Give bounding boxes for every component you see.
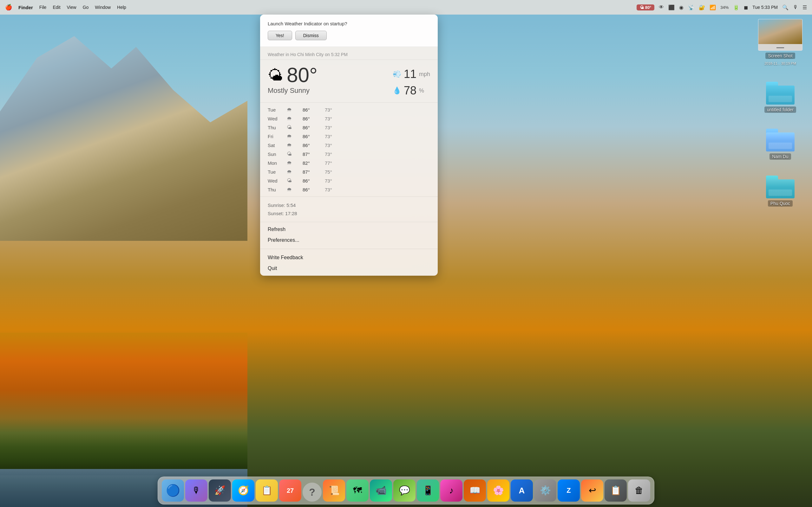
forecast-section: Tue 🌧 86° 73° Wed 🌧 86° 73° Thu 🌤 86° 73… [260, 103, 438, 197]
forecast-condition-icon: 🌤 [287, 178, 303, 183]
screenshot-thumbnail: ▬▬▬ [758, 19, 803, 51]
search-icon[interactable]: 🔍 [782, 4, 789, 10]
folder-shine-2 [768, 143, 792, 149]
dock-messages[interactable]: 💬 [393, 480, 415, 502]
weather-main: 🌤 80° Mostly Sunny 💨 11 mph 💧 78 % [260, 60, 438, 103]
dock-trash[interactable]: 🗑 [628, 480, 650, 502]
write-feedback-item[interactable]: Write Feedback [260, 252, 438, 263]
photos-dock-icon: 🌸 [493, 486, 504, 495]
dock-sysprefs[interactable]: ⚙️ [534, 480, 556, 502]
screenshot-label: Screen Shot [765, 53, 795, 59]
forecast-hi: 82° [303, 160, 325, 166]
forecast-condition-icon: 🌧 [287, 116, 303, 121]
folder-body [766, 86, 795, 105]
dock-notes[interactable]: 📋 [256, 480, 278, 502]
forecast-lo: 73° [325, 187, 344, 192]
menu-section: Refresh Preferences... [260, 222, 438, 247]
app-name[interactable]: Finder [18, 5, 33, 10]
menu-view[interactable]: View [67, 5, 77, 10]
forecast-lo: 73° [325, 116, 344, 121]
dock-facetime2[interactable]: 📱 [417, 480, 439, 502]
dismiss-button[interactable]: Dismiss [295, 31, 327, 40]
books-dock-icon: 📖 [469, 486, 480, 495]
yes-button[interactable]: Yes! [268, 31, 292, 40]
weather-temp-badge[interactable]: 🌤 80° [637, 4, 655, 10]
vnc-icon[interactable]: 📡 [688, 4, 694, 10]
humidity-value: 78 [404, 84, 416, 97]
forecast-condition-icon: 🌧 [287, 187, 303, 192]
dock-siri[interactable]: 🎙 [185, 480, 207, 502]
clipboard-dock-icon: 📋 [610, 486, 621, 495]
wifi-icon[interactable]: 📶 [710, 4, 716, 10]
forecast-row: Fri 🌧 86° 73° [268, 132, 430, 141]
apple-menu-icon[interactable]: 🍎 [5, 4, 12, 11]
unknown-menu-icon[interactable]: ◼ [744, 4, 748, 10]
namdu-folder-label: Nam Du [769, 153, 791, 160]
launchpad-dock-icon: 🚀 [214, 486, 225, 495]
forecast-lo: 73° [325, 143, 344, 148]
dock-books[interactable]: 📖 [464, 480, 486, 502]
dock-zalo[interactable]: Z [558, 480, 580, 502]
forecast-day: Fri [268, 134, 287, 139]
dock-calendar[interactable]: 27 [279, 480, 301, 502]
dock-music[interactable]: ♪ [440, 480, 462, 502]
screenshot-icon[interactable]: ▬▬▬ Screen Shot 2018-11... 30:19 PM [755, 19, 806, 66]
dock-finder[interactable]: 🔵 [162, 480, 184, 502]
humidity-unit: % [419, 88, 424, 94]
dock-safari[interactable]: 🧭 [232, 480, 254, 502]
forecast-condition-icon: 🌧 [287, 169, 303, 175]
forecast-day: Sat [268, 143, 287, 148]
siri-icon[interactable]: 🎙 [793, 4, 798, 10]
dock-tempos[interactable]: ↩ [581, 480, 603, 502]
forecast-hi: 86° [303, 143, 325, 148]
desktop-icons: ▬▬▬ Screen Shot 2018-11... 30:19 PM unti… [755, 19, 806, 207]
dock-facetime[interactable]: 📹 [370, 480, 392, 502]
menu-window[interactable]: Window [95, 5, 111, 10]
menu-help[interactable]: Help [117, 5, 126, 10]
forecast-hi: 87° [303, 169, 325, 175]
refresh-item[interactable]: Refresh [260, 224, 438, 235]
forecast-day: Wed [268, 116, 287, 121]
dock-photos[interactable]: 🌸 [487, 480, 509, 502]
menu-file[interactable]: File [39, 5, 47, 10]
namdu-folder-icon[interactable]: Nam Du [755, 129, 806, 160]
untitled-folder-icon[interactable]: untitled folder [755, 82, 806, 113]
menu-divider [260, 249, 438, 249]
dock-appstore[interactable]: A [511, 480, 533, 502]
eyedropper-icon[interactable]: 👁 [659, 4, 664, 10]
forecast-row: Sat 🌧 86° 73° [268, 141, 430, 150]
forecast-row: Mon 🌧 82° 77° [268, 158, 430, 167]
forecast-lo: 75° [325, 169, 344, 175]
script-dock-icon: 📜 [328, 486, 340, 495]
folder-shine-3 [768, 189, 792, 196]
music-dock-icon: ♪ [449, 486, 454, 495]
phuquoc-folder-icon[interactable]: Phu Quoc [755, 176, 806, 207]
maps-dock-icon: 🗺 [353, 486, 362, 495]
folder-body-3 [766, 179, 795, 199]
forecast-lo: 77° [325, 160, 344, 166]
dock-maps[interactable]: 🗺 [346, 480, 368, 502]
sysprefs-dock-icon: ⚙️ [540, 486, 551, 495]
menu-edit[interactable]: Edit [53, 5, 60, 10]
forecast-hi: 86° [303, 134, 325, 139]
battery-icon: 🔋 [733, 4, 740, 10]
quit-item[interactable]: Quit [260, 263, 438, 274]
dock-script[interactable]: 📜 [323, 480, 345, 502]
forecast-hi: 87° [303, 152, 325, 157]
preferences-item[interactable]: Preferences... [260, 235, 438, 245]
forecast-day: Tue [268, 169, 287, 175]
dock-launchpad[interactable]: 🚀 [209, 480, 231, 502]
forecast-condition-icon: 🌤 [287, 151, 303, 157]
current-temp: 80° [287, 65, 317, 85]
app-icon-1[interactable]: ⬛ [668, 4, 675, 10]
fingerprint-icon[interactable]: 🔐 [699, 4, 705, 10]
menu-go[interactable]: Go [83, 5, 89, 10]
folder-graphic-3 [766, 176, 795, 199]
thumbnail-preview [758, 19, 802, 44]
app-icon-2[interactable]: ◉ [679, 4, 683, 10]
dock-help[interactable]: ? [303, 483, 322, 502]
menubar-right: 🌤 80° 👁 ⬛ ◉ 📡 🔐 📶 34% 🔋 ◼ Tue 5:33 PM 🔍 … [637, 4, 807, 10]
forecast-day: Wed [268, 178, 287, 183]
dock-clipboard[interactable]: 📋 [605, 480, 627, 502]
notification-icon[interactable]: ☰ [803, 4, 807, 10]
